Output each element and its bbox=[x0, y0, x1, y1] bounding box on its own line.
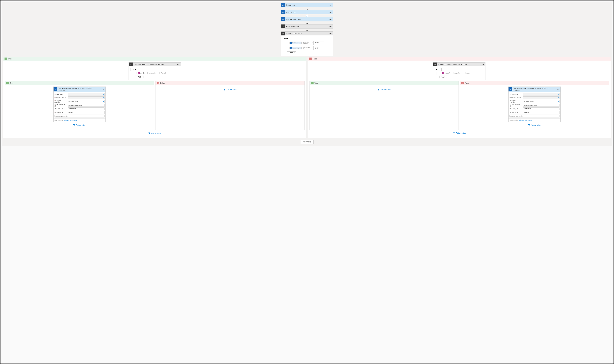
short-resource-id-input[interactable]: capacities/dv01fabric bbox=[523, 104, 559, 107]
resource-group-select[interactable]: ▾ bbox=[523, 96, 559, 99]
remove-token-icon[interactable]: × bbox=[300, 42, 301, 44]
action-header[interactable]: ◫ Invoke resource operation to resume Fa… bbox=[54, 87, 106, 92]
add-action-link[interactable]: Add an action bbox=[528, 124, 541, 126]
ellipsis-icon[interactable]: ••• bbox=[556, 89, 561, 90]
operator-select[interactable]: is less than or eq...▾ bbox=[302, 46, 314, 50]
ellipsis-icon[interactable]: ••• bbox=[170, 72, 173, 74]
insert-step-button[interactable]: + bbox=[306, 15, 308, 17]
chevron-down-icon: ▾ bbox=[558, 94, 559, 95]
ellipsis-icon[interactable]: ••• bbox=[328, 12, 333, 13]
add-condition-button[interactable]: +Add▾ bbox=[439, 76, 448, 78]
step-convert-timezone[interactable]: ◷ Convert time zone ••• bbox=[281, 17, 333, 21]
resource-group-select[interactable]: ▾ bbox=[68, 96, 105, 99]
step-recurrence[interactable]: ◷ Recurrence ••• bbox=[281, 3, 333, 7]
ellipsis-icon[interactable]: ••• bbox=[328, 26, 333, 27]
ellipsis-icon[interactable]: ••• bbox=[475, 72, 478, 74]
expression-token[interactable]: fxbody(...)× bbox=[137, 72, 147, 74]
add-action-link[interactable]: Add an action bbox=[148, 132, 161, 134]
connection-footer: Connected to Change connection. bbox=[54, 118, 106, 122]
logic-operator-select[interactable]: And▾ bbox=[283, 37, 289, 40]
chevron-down-icon: ▾ bbox=[294, 52, 295, 54]
flow-arrow bbox=[281, 7, 333, 10]
row-checkbox[interactable] bbox=[439, 72, 441, 74]
step-title: Check Current Time bbox=[285, 32, 328, 35]
step-title: Convert time zone bbox=[285, 18, 328, 21]
pause-branches: ✓True Add an action ✕False bbox=[310, 81, 609, 130]
add-parameter-select[interactable]: Add new parameter▾ bbox=[55, 115, 105, 117]
client-api-version-input[interactable]: 2023-11-01 bbox=[523, 107, 559, 110]
value-input[interactable]: 16:00 bbox=[314, 47, 324, 49]
new-step-button[interactable]: + New step bbox=[301, 140, 314, 144]
expression-token[interactable]: fxbody(...)× bbox=[442, 72, 452, 74]
remove-token-icon[interactable]: × bbox=[146, 72, 147, 74]
ellipsis-icon[interactable]: ••• bbox=[328, 4, 333, 6]
dynamic-token[interactable]: ◷Converte...× bbox=[289, 41, 301, 44]
add-action-link[interactable]: Add an action bbox=[73, 124, 86, 126]
add-action-link[interactable]: Add an action bbox=[378, 89, 390, 91]
add-action-link[interactable]: Add an action bbox=[453, 132, 466, 134]
chevron-down-icon: ▾ bbox=[312, 42, 313, 44]
operator-select[interactable]: is equal to▾ bbox=[453, 72, 464, 74]
logic-operator-select[interactable]: And▾ bbox=[435, 68, 442, 71]
chevron-down-icon: ▾ bbox=[440, 68, 440, 70]
condition-header[interactable]: ⧉ Condition Pause Capacity if Running ••… bbox=[433, 63, 485, 66]
value-input[interactable]: Paused bbox=[465, 72, 474, 74]
step-title: Current time bbox=[285, 11, 328, 14]
branch-true-resume: ✓True ◫ Invoke resource operation to res… bbox=[5, 81, 154, 130]
step-title: Condition Resume Capacity if Paused bbox=[133, 63, 176, 66]
row-checkbox[interactable] bbox=[287, 42, 289, 44]
operator-select[interactable]: is equal to▾ bbox=[148, 72, 160, 74]
dynamic-token[interactable]: ◷Converte...× bbox=[289, 47, 301, 49]
remove-token-icon[interactable]: × bbox=[450, 72, 451, 74]
ellipsis-icon[interactable]: ••• bbox=[328, 33, 333, 35]
change-connection-link[interactable]: Change connection. bbox=[64, 119, 77, 121]
operator-select[interactable]: is greater than or...▾ bbox=[302, 41, 314, 45]
row-checkbox[interactable] bbox=[134, 72, 136, 74]
add-action-icon bbox=[224, 89, 226, 91]
logic-operator-select[interactable]: And▾ bbox=[130, 68, 137, 71]
step-read-resource[interactable]: ◫ Read a resource ••• bbox=[281, 24, 333, 28]
svg-rect-8 bbox=[528, 124, 530, 125]
row-checkbox[interactable] bbox=[287, 47, 289, 49]
chevron-down-icon: ▾ bbox=[103, 115, 104, 117]
ellipsis-icon[interactable]: ••• bbox=[176, 64, 181, 65]
condition-icon: ⧉ bbox=[281, 32, 285, 36]
add-action-link[interactable]: Add an action bbox=[224, 89, 236, 91]
value-input[interactable]: Paused bbox=[160, 72, 170, 74]
ellipsis-icon[interactable]: ••• bbox=[325, 47, 327, 49]
subscription-select[interactable]: ▾ bbox=[523, 93, 559, 96]
ellipsis-icon[interactable]: ••• bbox=[480, 64, 485, 65]
chevron-down-icon: ▾ bbox=[558, 97, 559, 98]
branch-label: False bbox=[160, 82, 165, 84]
flow-arrow bbox=[281, 21, 333, 24]
ellipsis-icon[interactable]: ••• bbox=[325, 42, 327, 44]
condition-icon: ⧉ bbox=[129, 63, 133, 66]
resource-provider-select[interactable]: Microsoft.Fabric▾ bbox=[523, 100, 559, 103]
remove-token-icon[interactable]: × bbox=[300, 47, 301, 49]
ellipsis-icon[interactable]: ••• bbox=[101, 89, 106, 90]
resource-provider-select[interactable]: Microsoft.Fabric▾ bbox=[68, 100, 105, 103]
chevron-down-icon: ▾ bbox=[141, 76, 142, 78]
action-name-input[interactable]: resume bbox=[68, 111, 105, 114]
add-action-icon bbox=[73, 124, 75, 126]
ellipsis-icon[interactable]: ••• bbox=[328, 19, 333, 20]
check-icon: ✓ bbox=[6, 82, 9, 84]
step-current-time[interactable]: ◷ Current time ••• bbox=[281, 10, 333, 14]
client-api-version-input[interactable]: 2023-11-01 bbox=[68, 107, 105, 110]
chevron-down-icon: ▾ bbox=[135, 68, 136, 70]
short-resource-id-input[interactable]: capacities/dv01fabric bbox=[68, 104, 105, 107]
close-icon: ✕ bbox=[462, 82, 464, 84]
change-connection-link[interactable]: Change connection. bbox=[519, 119, 532, 121]
step-title: Invoke resource operation to suspend Fab… bbox=[512, 87, 556, 92]
subscription-select[interactable]: ▾ bbox=[68, 93, 105, 96]
plus-icon: + bbox=[441, 76, 442, 78]
action-name-input[interactable]: suspend bbox=[523, 111, 559, 114]
add-condition-button[interactable]: +Add▾ bbox=[287, 52, 296, 54]
value-input[interactable]: 08:00 bbox=[314, 41, 324, 44]
condition-header[interactable]: ⧉ Condition Resume Capacity if Paused ••… bbox=[129, 63, 181, 66]
add-parameter-select[interactable]: Add new parameter▾ bbox=[509, 115, 559, 117]
add-condition-button[interactable]: +Add▾ bbox=[135, 76, 144, 78]
action-invoke-suspend: ◫ Invoke resource operation to suspend F… bbox=[508, 87, 561, 122]
action-header[interactable]: ◫ Invoke resource operation to suspend F… bbox=[508, 87, 560, 92]
condition-header[interactable]: ⧉ Check Current Time ••• bbox=[281, 32, 333, 36]
